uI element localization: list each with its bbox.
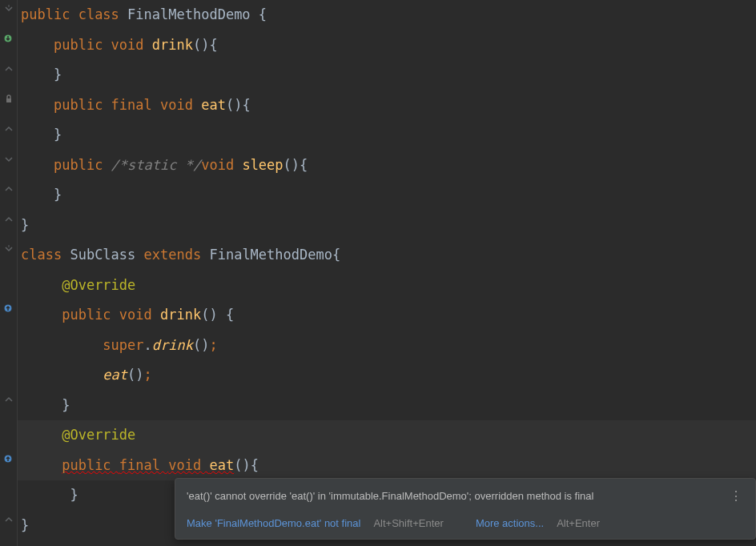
code-line[interactable]: public /*static */void sleep(){ bbox=[18, 151, 756, 181]
code-line[interactable]: super.drink(); bbox=[18, 331, 756, 361]
code-line[interactable]: public final void eat(){ bbox=[18, 90, 756, 121]
override-up-icon[interactable] bbox=[3, 303, 13, 313]
fold-icon[interactable] bbox=[3, 243, 14, 255]
shortcut-label: Alt+Enter bbox=[557, 516, 600, 532]
fold-icon[interactable] bbox=[3, 394, 14, 405]
code-line-error[interactable]: public final void eat(){ bbox=[18, 451, 756, 481]
lock-icon[interactable] bbox=[3, 94, 14, 105]
fold-icon[interactable] bbox=[3, 214, 14, 225]
code-line[interactable]: } bbox=[18, 180, 756, 211]
override-up-icon[interactable] bbox=[3, 454, 13, 464]
code-line[interactable]: } bbox=[18, 211, 756, 241]
tooltip-message-row: 'eat()' cannot override 'eat()' in 'immu… bbox=[175, 479, 755, 511]
fold-icon[interactable] bbox=[3, 183, 14, 195]
tooltip-actions-row: Make 'FinalMethodDemo.eat' not final Alt… bbox=[175, 511, 755, 540]
fold-icon[interactable] bbox=[3, 514, 14, 525]
more-actions-link[interactable]: More actions... bbox=[476, 516, 544, 532]
quickfix-link[interactable]: Make 'FinalMethodDemo.eat' not final bbox=[187, 516, 360, 532]
code-line[interactable]: @Override bbox=[18, 271, 756, 301]
code-line[interactable]: public void drink(){ bbox=[18, 30, 756, 61]
shortcut-label: Alt+Shift+Enter bbox=[373, 516, 443, 532]
kebab-icon[interactable]: ⋮ bbox=[726, 487, 746, 506]
fold-icon[interactable] bbox=[3, 123, 14, 134]
code-line[interactable]: class SubClass extends FinalMethodDemo{ bbox=[18, 240, 756, 271]
code-line[interactable]: } bbox=[18, 120, 756, 151]
code-line[interactable]: @Override bbox=[18, 420, 756, 451]
code-line[interactable]: eat(); bbox=[18, 360, 756, 391]
fold-icon[interactable] bbox=[3, 3, 14, 14]
code-area[interactable]: public class FinalMethodDemo { public vo… bbox=[18, 0, 756, 546]
svg-rect-1 bbox=[6, 98, 11, 102]
code-line[interactable]: } bbox=[18, 60, 756, 90]
code-line[interactable]: public class FinalMethodDemo { bbox=[18, 0, 756, 30]
code-editor: public class FinalMethodDemo { public vo… bbox=[0, 0, 756, 546]
error-tooltip: 'eat()' cannot override 'eat()' in 'immu… bbox=[175, 478, 756, 540]
error-message: 'eat()' cannot override 'eat()' in 'immu… bbox=[187, 488, 726, 504]
gutter bbox=[0, 0, 18, 546]
code-line[interactable]: public void drink() { bbox=[18, 300, 756, 331]
override-down-icon[interactable] bbox=[3, 34, 13, 43]
code-line[interactable]: } bbox=[18, 391, 756, 421]
fold-icon[interactable] bbox=[3, 63, 14, 74]
fold-icon[interactable] bbox=[3, 154, 14, 165]
